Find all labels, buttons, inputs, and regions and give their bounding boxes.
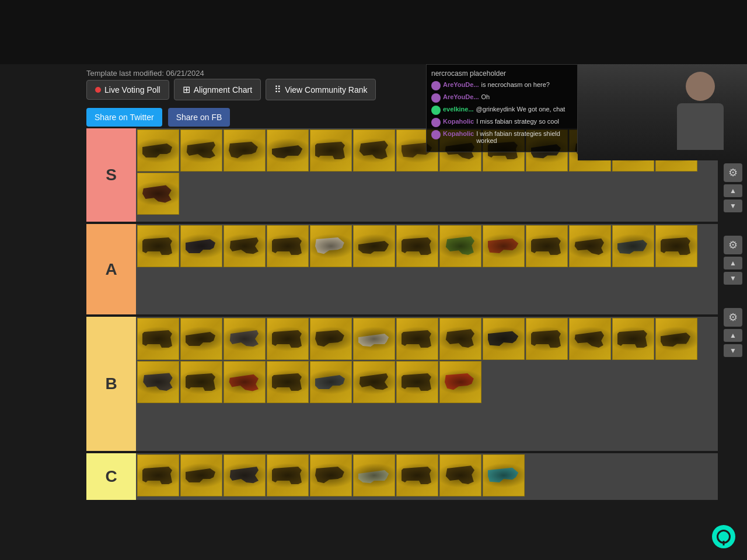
list-item[interactable] <box>310 454 352 496</box>
tier-a-label: A <box>86 224 136 314</box>
list-item[interactable] <box>439 318 481 360</box>
list-item[interactable] <box>396 454 438 496</box>
list-item[interactable] <box>224 225 266 267</box>
webcam-area <box>578 64 747 160</box>
list-item[interactable] <box>612 225 654 267</box>
tier-c-label: C <box>86 453 136 500</box>
list-item[interactable] <box>267 318 309 360</box>
list-item[interactable] <box>353 130 395 172</box>
username-5: Kopaholic <box>443 130 474 137</box>
list-item[interactable] <box>439 454 481 496</box>
share-twitter-button[interactable]: Share on Twitter <box>86 108 162 127</box>
arrow-down-button-2[interactable]: ▼ <box>724 272 742 285</box>
list-item[interactable] <box>396 225 438 267</box>
chat-message-3: evelkine... @grinkeydink We got one, cha… <box>431 106 573 115</box>
list-item[interactable] <box>267 225 309 267</box>
list-item[interactable] <box>137 361 179 403</box>
list-item[interactable] <box>396 361 438 403</box>
chat-message-1: AreYouDe... is necrochasm on here? <box>431 81 573 90</box>
toolbar: Live Voting Poll ⊞ Alignment Chart ⠿ Vie… <box>86 79 376 100</box>
list-item[interactable] <box>267 130 309 172</box>
list-item[interactable] <box>310 225 352 267</box>
list-item[interactable] <box>439 361 481 403</box>
list-item[interactable] <box>310 361 352 403</box>
list-item[interactable] <box>267 361 309 403</box>
username-1: AreYouDe... <box>443 81 479 88</box>
gear-button-1[interactable]: ⚙ <box>724 163 742 182</box>
list-item[interactable] <box>569 225 611 267</box>
template-modified-text: Template last modified: 06/21/2024 <box>86 69 204 78</box>
list-item[interactable] <box>180 225 222 267</box>
list-item[interactable] <box>180 130 222 172</box>
tier-b-items[interactable] <box>136 317 718 451</box>
tier-row-a: A <box>86 224 718 314</box>
list-item[interactable] <box>224 318 266 360</box>
list-item[interactable] <box>353 361 395 403</box>
arrow-up-button-3[interactable]: ▲ <box>724 329 742 342</box>
chat-text-5: I wish fabian strategies shield worked <box>476 130 573 144</box>
chat-message-5: Kopaholic I wish fabian strategies shiel… <box>431 130 573 144</box>
gear-button-3[interactable]: ⚙ <box>724 308 742 327</box>
tier-list: S A <box>86 128 718 554</box>
list-item[interactable] <box>353 454 395 496</box>
list-item[interactable] <box>224 361 266 403</box>
chat-message-2: AreYouDe... Oh <box>431 93 573 103</box>
list-item[interactable] <box>612 318 654 360</box>
list-item[interactable] <box>310 318 352 360</box>
avatar-2 <box>431 93 441 103</box>
list-item[interactable] <box>180 361 222 403</box>
list-item[interactable] <box>137 454 179 496</box>
tier-row-c: C <box>86 453 718 500</box>
list-item[interactable] <box>137 318 179 360</box>
live-dot-icon <box>95 87 101 93</box>
live-poll-label: Live Voting Poll <box>104 85 160 94</box>
username-3: evelkine... <box>443 106 474 113</box>
list-item[interactable] <box>137 173 179 215</box>
list-item[interactable] <box>439 225 481 267</box>
arrow-up-button-2[interactable]: ▲ <box>724 257 742 270</box>
webcam-feed <box>578 64 747 160</box>
avatar-4 <box>431 118 441 127</box>
list-item[interactable] <box>655 318 697 360</box>
chat-text-4: I miss fabian strategy so cool <box>476 118 559 125</box>
list-item[interactable] <box>180 454 222 496</box>
list-item[interactable] <box>526 225 568 267</box>
list-item[interactable] <box>483 225 525 267</box>
list-item[interactable] <box>180 318 222 360</box>
list-item[interactable] <box>267 454 309 496</box>
chat-placeholder: nercrocasm placeholder <box>431 69 506 78</box>
gear-button-2[interactable]: ⚙ <box>724 236 742 254</box>
list-item[interactable] <box>396 318 438 360</box>
chat-overlay: nercrocasm placeholder AreYouDe... is ne… <box>426 64 578 152</box>
username-2: AreYouDe... <box>443 93 479 100</box>
list-item[interactable] <box>569 318 611 360</box>
alignment-chart-button[interactable]: ⊞ Alignment Chart <box>174 79 261 100</box>
tier-a-items[interactable] <box>136 224 718 314</box>
list-item[interactable] <box>137 225 179 267</box>
community-rank-label: View Community Rank <box>285 85 367 94</box>
list-item[interactable] <box>224 130 266 172</box>
share-fb-button[interactable]: Share on FB <box>168 108 231 127</box>
tier-c-items[interactable] <box>136 453 718 500</box>
share-fb-label: Share on FB <box>176 113 222 122</box>
username-4: Kopaholic <box>443 118 474 125</box>
list-item[interactable] <box>137 130 179 172</box>
community-rank-button[interactable]: ⠿ View Community Rank <box>266 79 376 100</box>
arrow-up-button-1[interactable]: ▲ <box>724 184 742 197</box>
list-item[interactable] <box>483 318 525 360</box>
list-item[interactable] <box>353 225 395 267</box>
tier-row-b: B <box>86 317 718 451</box>
live-voting-poll-button[interactable]: Live Voting Poll <box>86 80 169 100</box>
list-item[interactable] <box>353 318 395 360</box>
avatar-5 <box>431 130 441 139</box>
top-bar <box>0 0 747 64</box>
arrow-down-button-3[interactable]: ▼ <box>724 344 742 357</box>
share-row: Share on Twitter Share on FB <box>86 108 230 127</box>
list-item[interactable] <box>655 225 697 267</box>
list-item[interactable] <box>310 130 352 172</box>
share-twitter-label: Share on Twitter <box>95 113 154 122</box>
list-item[interactable] <box>224 454 266 496</box>
list-item[interactable] <box>483 454 525 496</box>
list-item[interactable] <box>526 318 568 360</box>
arrow-down-button-1[interactable]: ▼ <box>724 200 742 212</box>
